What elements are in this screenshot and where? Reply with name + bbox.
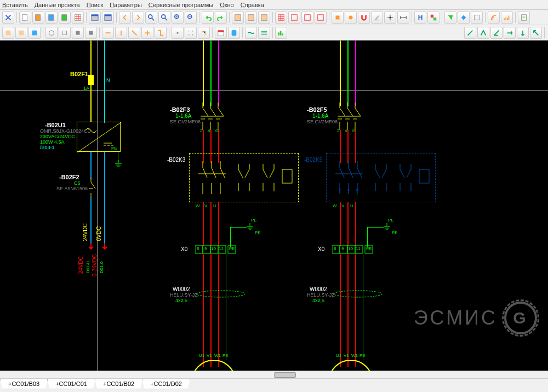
tool-grid-icon[interactable] xyxy=(72,12,84,24)
tab-d02[interactable]: +CC01/D02 xyxy=(142,379,190,389)
svg-text:4: 4 xyxy=(347,188,350,192)
menu-help[interactable]: Справка xyxy=(241,2,264,8)
tool-table-2-icon[interactable] xyxy=(245,12,257,24)
k3-pe-lbl2: PE xyxy=(255,230,261,235)
tool-window-2-icon[interactable] xyxy=(102,12,114,24)
menu-parameters[interactable]: Параметры xyxy=(110,2,142,8)
tool-grid-r1-icon[interactable] xyxy=(275,12,287,24)
tool-sheet-blue-icon[interactable] xyxy=(45,12,58,24)
tool-magnet-icon[interactable] xyxy=(358,12,370,24)
w2-2-label: W0002 xyxy=(310,286,327,292)
tool-angle-icon[interactable] xyxy=(371,12,383,24)
svg-point-22 xyxy=(389,16,391,19)
tool-window-1-icon[interactable] xyxy=(89,12,101,24)
tool2-1-icon[interactable] xyxy=(2,27,14,39)
tool2-conn-3-icon[interactable] xyxy=(128,27,140,39)
menu-project-data[interactable]: Данные проекта xyxy=(35,2,80,8)
tool-undo-icon[interactable] xyxy=(202,12,214,24)
tool2-sym-1-icon[interactable] xyxy=(45,27,58,39)
svg-rect-24 xyxy=(433,18,436,20)
tool2-draw-4-icon[interactable] xyxy=(504,27,516,39)
tool2-conn-5-icon[interactable] xyxy=(155,27,167,39)
tab-b03[interactable]: +CC01/B03 xyxy=(0,379,48,389)
arrow-2-icon xyxy=(101,243,108,250)
x0-1-t9: 9 xyxy=(204,246,207,251)
tool-h-icon[interactable]: H xyxy=(414,12,426,24)
tab-c01[interactable]: +CC01/C01 xyxy=(47,379,95,389)
sheet-tabs: +CC01/B03 +CC01/C01 +CC01/B02 +CC01/D02 xyxy=(0,378,548,392)
tool-sheet-orange-icon[interactable] xyxy=(32,12,44,24)
tool-report-icon[interactable] xyxy=(518,12,530,24)
toolbar-2 xyxy=(0,25,548,41)
tool-new-icon[interactable] xyxy=(19,12,31,24)
tool-zoom-fit-icon[interactable] xyxy=(158,12,170,24)
tool2-wire-1-icon[interactable] xyxy=(245,27,257,39)
menu-search[interactable]: Поиск xyxy=(87,2,103,8)
wire-g2-L1 xyxy=(340,41,341,106)
tool2-draw-6-icon[interactable] xyxy=(530,27,542,39)
schematic-canvas[interactable]: B02F1 1A N -B02U1 OMR.S8JX-G10024CD 230V… xyxy=(0,41,548,378)
tool-sheet-green-icon[interactable] xyxy=(59,12,71,24)
tool-grid-r4-icon[interactable] xyxy=(315,12,327,24)
tool2-conn-2-icon[interactable] xyxy=(115,27,127,39)
tool-node-icon[interactable] xyxy=(384,12,396,24)
svg-rect-14 xyxy=(248,14,254,20)
cb5-p1: 1-1,6A xyxy=(312,113,328,119)
tool2-dots-icon[interactable] xyxy=(185,27,197,39)
tool2-wire-2-icon[interactable] xyxy=(258,27,270,39)
wire-x0-1-1 xyxy=(203,254,204,306)
tool2-3-icon[interactable] xyxy=(28,27,41,39)
k3-contacts xyxy=(192,158,296,197)
svg-rect-4 xyxy=(75,14,81,20)
tool-zoom-icon[interactable] xyxy=(145,12,157,24)
tool2-2-icon[interactable] xyxy=(15,27,27,39)
tool-dim-icon[interactable] xyxy=(397,12,409,24)
tool2-draw-3-icon[interactable] xyxy=(490,27,503,39)
tool2-chart-icon[interactable] xyxy=(275,27,287,39)
tool-color-icon[interactable] xyxy=(427,12,439,24)
tool2-dot-icon[interactable] xyxy=(172,27,184,39)
menu-window[interactable]: Окно xyxy=(220,2,234,8)
tool-signal-icon[interactable] xyxy=(501,12,513,24)
tool-table-1-icon[interactable] xyxy=(232,12,244,24)
tool-misc-2-icon[interactable] xyxy=(458,12,470,24)
tool-grid-r2-icon[interactable] xyxy=(288,12,300,24)
tool-redo-icon[interactable] xyxy=(215,12,227,24)
tool-symbol-2-icon[interactable] xyxy=(345,12,357,24)
tool2-db-icon[interactable] xyxy=(228,27,240,39)
tool-table-3-icon[interactable] xyxy=(258,12,270,24)
tool-zoom-out-icon[interactable] xyxy=(185,12,197,24)
tool2-cal-icon[interactable] xyxy=(215,27,227,39)
wire-psu-out1 xyxy=(90,152,92,179)
tool-nav-left-icon[interactable] xyxy=(119,12,131,24)
tool2-conn-4-icon[interactable] xyxy=(141,27,153,39)
wire-g1-L3 xyxy=(218,41,219,106)
label-d1: D01-0 xyxy=(85,262,90,274)
w2-2-p2: 4x2,5 xyxy=(312,298,324,303)
tab-b02[interactable]: +CC01/B02 xyxy=(95,379,142,389)
menu-insert[interactable]: Вставить xyxy=(2,2,28,8)
tool-cut-icon[interactable] xyxy=(2,12,14,24)
tool-zoom-in-icon[interactable] xyxy=(172,12,184,24)
wire-x0-1-pe xyxy=(226,254,226,306)
tool2-sym-2-icon[interactable] xyxy=(59,27,71,39)
horizontal-scrollbar[interactable] xyxy=(0,371,548,378)
tool-misc-3-icon[interactable] xyxy=(471,12,483,24)
tool-misc-1-icon[interactable] xyxy=(444,12,456,24)
tool2-struct-icon[interactable] xyxy=(198,27,210,39)
tool2-sym-3-icon[interactable] xyxy=(72,27,84,39)
tool2-draw-2-icon[interactable] xyxy=(477,27,489,39)
tool-grid-r3-icon[interactable] xyxy=(301,12,313,24)
tool2-sym-4-icon[interactable] xyxy=(85,27,97,39)
tool2-draw-5-icon[interactable] xyxy=(517,27,529,39)
menu-service[interactable]: Сервисные программы xyxy=(149,2,213,8)
label-24vdc-1: 24VDC xyxy=(82,223,88,241)
tool-rss-icon[interactable] xyxy=(488,12,500,24)
tool2-conn-1-icon[interactable] xyxy=(102,27,114,39)
toolbar-1: H xyxy=(0,10,548,25)
tool-symbol-1-icon[interactable] xyxy=(332,12,344,24)
wire-k5-1 xyxy=(340,202,341,246)
tool2-draw-1-icon[interactable] xyxy=(464,27,476,39)
tool-nav-right-icon[interactable] xyxy=(132,12,144,24)
wire-x0-1-3 xyxy=(218,254,219,306)
